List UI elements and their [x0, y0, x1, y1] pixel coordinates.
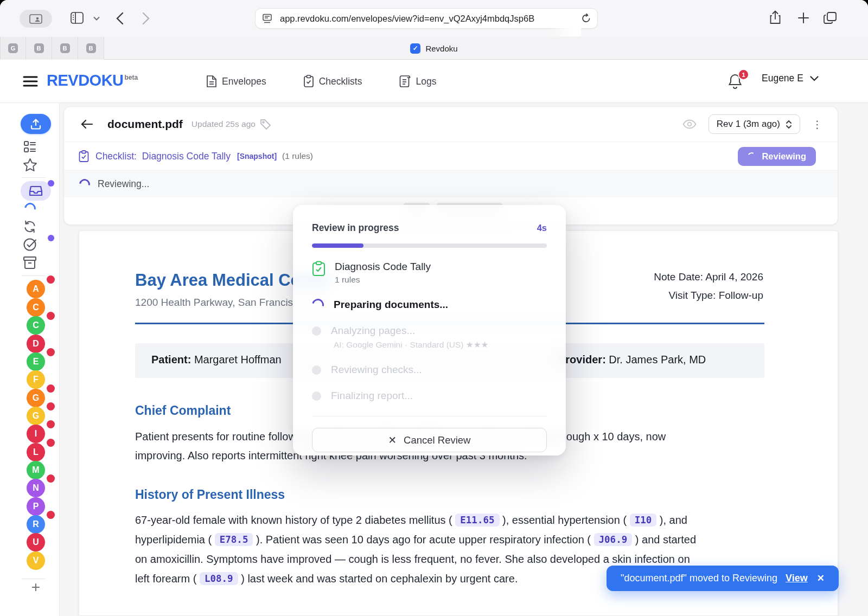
- rail-favorites-button[interactable]: [0, 158, 60, 172]
- app-logo[interactable]: REVDOKUbeta: [47, 72, 138, 89]
- notification-badge: 1: [738, 69, 749, 80]
- nav-checklists[interactable]: Checklists: [303, 75, 362, 88]
- toast-close-icon[interactable]: ✕: [817, 573, 825, 584]
- checklist-name-link[interactable]: Diagnosis Code Tally: [142, 151, 231, 162]
- modal-title: Review in progress: [312, 222, 399, 234]
- rail-pending-button[interactable]: [0, 203, 60, 214]
- updated-timestamp: Updated 25s ago: [192, 119, 256, 129]
- url-bar[interactable]: app.revdoku.com/envelopes/view?id=env_vQ…: [255, 8, 598, 29]
- modal-divider: [312, 416, 547, 416]
- progress-fill: [312, 243, 363, 248]
- step-pending-dot: [312, 365, 321, 375]
- nav-envelopes[interactable]: Envelopes: [206, 75, 266, 88]
- workspace-avatar[interactable]: P: [27, 497, 45, 516]
- icd-code-badge: E11.65: [455, 514, 499, 527]
- toast-message: "document.pdf" moved to Reviewing: [621, 573, 777, 584]
- upload-button[interactable]: [21, 114, 51, 134]
- chief-complaint-heading: Chief Complaint: [135, 403, 231, 418]
- revision-label: Rev 1 (3m ago): [717, 119, 780, 130]
- patient-label: Patient:: [151, 354, 191, 365]
- tag-icon[interactable]: [260, 119, 271, 130]
- active-tab-revdoku[interactable]: ✓ Revdoku: [0, 37, 868, 60]
- workspace-avatar[interactable]: A: [27, 280, 45, 298]
- app-header: REVDOKUbeta Envelopes Checklists Logs 1 …: [0, 60, 868, 103]
- step-spinner-icon: [310, 297, 326, 313]
- hamburger-menu-icon[interactable]: [23, 75, 38, 88]
- rail-inbox-button-active[interactable]: [21, 181, 51, 201]
- cancel-review-button[interactable]: ✕ Cancel Review: [312, 428, 547, 452]
- provider-name: Dr. James Park, MD: [606, 354, 706, 365]
- workspace-avatar[interactable]: G: [27, 407, 45, 425]
- workspace-avatar[interactable]: C: [27, 316, 45, 335]
- share-button[interactable]: [769, 10, 781, 25]
- cancel-review-label: Cancel Review: [404, 434, 470, 446]
- modal-checklist-name: Diagnosis Code Tally: [335, 261, 431, 273]
- more-options-button[interactable]: ⋮: [812, 118, 822, 131]
- nav-checklists-label: Checklists: [319, 76, 362, 87]
- alert-dot: [47, 420, 55, 428]
- nav-logs-label: Logs: [416, 76, 436, 87]
- visit-type: Visit Type: Follow-up: [668, 290, 763, 301]
- note-date: Note Date: April 4, 2026: [654, 271, 763, 283]
- add-workspace-button[interactable]: +: [28, 580, 44, 596]
- tab-overview-button[interactable]: [824, 11, 837, 24]
- browser-toolbar: app.revdoku.com/envelopes/view?id=env_vQ…: [0, 0, 868, 37]
- workspace-avatar[interactable]: I: [27, 425, 45, 443]
- document-title: document.pdf: [107, 118, 183, 131]
- elapsed-time: 4s: [537, 223, 547, 233]
- reviewing-progress-row: Reviewing...: [64, 170, 838, 197]
- step-reviewing-checks: Reviewing checks...: [312, 364, 547, 376]
- green-clipboard-check-icon: [312, 261, 326, 277]
- reviewing-row-label: Reviewing...: [98, 178, 149, 190]
- profile-button[interactable]: [20, 10, 52, 28]
- hpi-line2: hyperlipidemia ( E78.5 ). Patient was se…: [135, 534, 696, 547]
- workspace-avatar[interactable]: L: [27, 443, 45, 461]
- profile-window-icon: [29, 14, 42, 24]
- workspace-avatar[interactable]: U: [27, 533, 45, 551]
- alert-dot: [47, 312, 55, 320]
- archive-box-icon: [23, 256, 37, 270]
- back-button[interactable]: [116, 12, 124, 25]
- reviewing-spinner-icon: [77, 177, 92, 192]
- snapshot-tag: [Snapshot]: [237, 152, 277, 161]
- step-pending-dot: [312, 326, 321, 336]
- eye-icon[interactable]: [682, 119, 697, 129]
- checklist-clipboard-icon: [79, 150, 89, 162]
- workspace-avatar[interactable]: R: [27, 515, 45, 534]
- workspace-avatar[interactable]: M: [27, 461, 45, 479]
- user-menu[interactable]: Eugene E: [762, 73, 819, 84]
- inbox-icon: [29, 185, 43, 197]
- notifications-button[interactable]: 1: [727, 73, 744, 90]
- new-tab-button[interactable]: [797, 12, 809, 24]
- workspace-avatar[interactable]: N: [27, 479, 45, 497]
- left-rail: A C C D E F G G I L M N P R U V +: [0, 103, 60, 616]
- alert-dot: [47, 348, 55, 356]
- url-text: app.revdoku.com/envelopes/view?id=env_vQ…: [280, 14, 582, 24]
- rail-sync-button[interactable]: [0, 220, 60, 234]
- workspace-avatar[interactable]: D: [27, 335, 45, 353]
- checklists-clipboard-icon: [303, 75, 314, 88]
- hpi-line1: 67-year-old female with known history of…: [135, 514, 687, 527]
- workspace-avatar[interactable]: E: [27, 352, 45, 371]
- workspace-avatar[interactable]: C: [27, 298, 45, 317]
- forward-button[interactable]: [142, 12, 150, 25]
- step-analyzing-pages: Analyzing pages...: [312, 325, 547, 337]
- rail-divider: [22, 177, 46, 178]
- workspace-avatar[interactable]: F: [27, 370, 45, 389]
- alert-dot: [47, 275, 55, 284]
- back-arrow-icon[interactable]: [80, 119, 93, 130]
- modal-checklist-item: Diagnosis Code Tally 1 rules: [312, 261, 547, 285]
- rail-archive-button[interactable]: [0, 256, 60, 270]
- toast-view-link[interactable]: View: [786, 573, 808, 584]
- nav-logs[interactable]: Logs: [399, 75, 436, 88]
- icd-code-badge: I10: [630, 514, 657, 527]
- workspace-avatar[interactable]: V: [27, 551, 45, 570]
- sidebar-chevron-icon[interactable]: [93, 16, 100, 21]
- alert-dot: [47, 511, 55, 519]
- sync-icon: [23, 220, 37, 234]
- revision-select[interactable]: Rev 1 (3m ago): [709, 114, 800, 134]
- rail-dashboard-button[interactable]: [0, 140, 60, 153]
- workspace-avatar[interactable]: G: [27, 389, 45, 407]
- sidebar-toggle-button[interactable]: [71, 12, 84, 24]
- reload-icon[interactable]: [582, 14, 591, 23]
